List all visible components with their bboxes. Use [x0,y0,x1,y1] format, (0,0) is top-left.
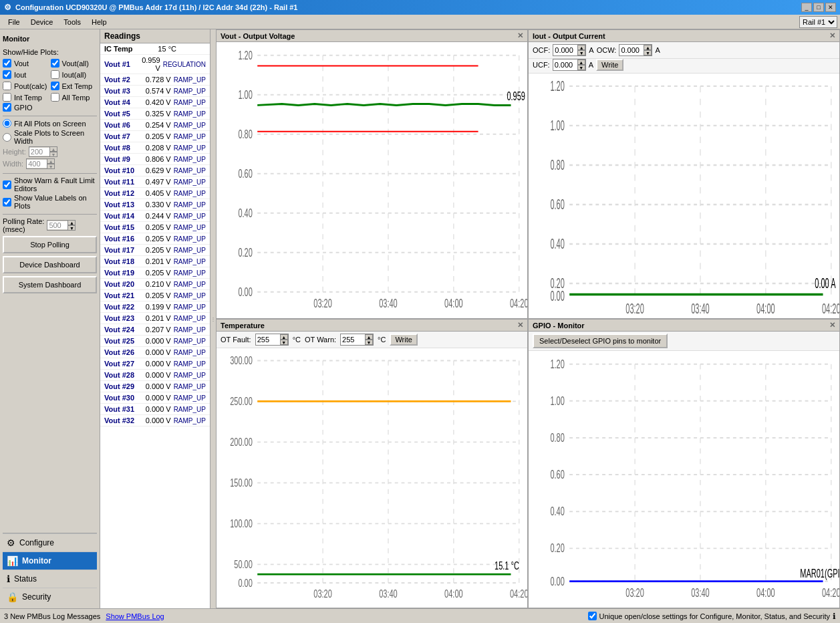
temp-chart-close[interactable]: ✕ [517,321,523,330]
cb-pout[interactable] [3,82,11,90]
svg-text:04:00: 04:00 [756,301,775,317]
ucf-down[interactable]: ▼ [577,65,585,70]
vout-status-5: RAMP_UP [174,110,206,118]
ocf-up[interactable]: ▲ [577,45,585,50]
rail-selector: Rail #1 [799,16,837,28]
cb-gpio[interactable] [3,103,11,112]
ocw-input[interactable] [619,46,644,54]
vout-value-14: 0.244 V [142,212,170,220]
cb-all-temp[interactable] [51,93,59,102]
show-warn-fault-cb[interactable] [3,180,11,189]
resize-handle[interactable]: ⋮ [211,29,216,608]
vout-name-21: Vout #21 [104,291,140,299]
polling-input[interactable] [47,221,67,229]
vout-name-6: Vout #6 [104,121,140,129]
maximize-button[interactable]: □ [813,3,824,12]
vout-row-15: Vout #15 0.205 V RAMP_UP [100,222,210,233]
ocw-up[interactable]: ▲ [644,45,652,50]
gpio-chart-close[interactable]: ✕ [829,321,835,330]
vout-name-30: Vout #30 [104,394,140,402]
vout-status-10: RAMP_UP [174,167,206,174]
nav-security[interactable]: 🔒 Security [3,588,97,606]
ocf-down[interactable]: ▼ [577,50,585,55]
vout-chart-close[interactable]: ✕ [517,31,523,40]
ot-warn-up[interactable]: ▲ [365,334,373,340]
svg-text:0.00: 0.00 [550,288,564,304]
ot-warn-input[interactable] [341,336,365,344]
ucf-input[interactable] [553,61,577,69]
readings-panel: Readings IC Temp 15 °C Vout #1 0.959 V R… [100,29,211,608]
vout-chart-body: 1.20 1.00 0.80 0.60 0.40 0.20 0.00 03:20… [217,42,527,318]
scale-radio[interactable] [3,133,11,142]
width-up[interactable]: ▲ [47,158,55,164]
iout-write-button[interactable]: Write [596,59,623,71]
vout-status-28: RAMP_UP [174,372,206,379]
menu-tools[interactable]: Tools [58,17,86,27]
ot-warn-down[interactable]: ▼ [365,340,373,345]
cb-vout-all-row: Vout(all) [51,59,98,68]
svg-text:04:00: 04:00 [444,297,463,310]
height-down[interactable]: ▼ [49,152,57,157]
width-input[interactable] [27,160,47,168]
gpio-select-button[interactable]: Select/Deselect GPIO pins to monitor [533,334,668,348]
vout-row-3: Vout #3 0.574 V RAMP_UP [100,86,210,97]
show-value-labels-row: Show Value Labels on Plots [3,194,97,210]
show-value-labels-cb[interactable] [3,198,11,207]
vout-status-3: RAMP_UP [174,88,206,95]
ocf-input[interactable] [553,46,577,54]
system-dashboard-button[interactable]: System Dashboard [3,276,97,293]
temp-write-button[interactable]: Write [390,334,417,346]
height-input[interactable] [29,148,49,156]
cb-iout[interactable] [3,70,11,79]
vout-row-4: Vout #4 0.420 V RAMP_UP [100,97,210,108]
vout-name-25: Vout #25 [104,337,140,345]
polling-up[interactable]: ▲ [67,220,76,225]
cb-vout-all[interactable] [51,59,59,68]
cb-ext-temp[interactable] [51,82,59,90]
ocf-label: OCF: [533,46,550,54]
vout-status-1: REGULATION [163,61,206,68]
nav-status[interactable]: ℹ Status [3,570,97,588]
vout-value-30: 0.000 V [142,394,170,402]
ucf-up[interactable]: ▲ [577,59,585,65]
ocw-down[interactable]: ▼ [644,50,652,55]
device-dashboard-button[interactable]: Device Dashboard [3,256,97,273]
unique-settings-label: Unique open/close settings for Configure… [599,612,830,620]
ot-fault-input[interactable] [256,336,280,344]
close-button[interactable]: ✕ [825,3,836,12]
ocw-spinbox: ▲ ▼ [619,44,652,56]
vout-value-17: 0.205 V [142,246,170,254]
svg-text:04:20: 04:20 [510,588,527,600]
vout-name-23: Vout #23 [104,314,140,322]
fit-all-radio[interactable] [3,119,11,128]
polling-down[interactable]: ▼ [67,225,76,231]
cb-int-temp-row: Int Temp [3,93,49,102]
vout-row-25: Vout #25 0.000 V RAMP_UP [100,336,210,347]
ot-fault-up[interactable]: ▲ [280,334,288,340]
svg-text:0.00: 0.00 [238,576,253,589]
readings-scroll[interactable]: IC Temp 15 °C Vout #1 0.959 V REGULATION… [100,43,210,608]
menu-file[interactable]: File [3,17,25,27]
iout-chart-close[interactable]: ✕ [829,31,835,40]
menu-help[interactable]: Help [86,17,112,27]
stop-polling-button[interactable]: Stop Polling [3,236,97,253]
minimize-button[interactable]: _ [801,3,812,12]
show-pmbus-log-link[interactable]: Show PMBus Log [106,612,164,620]
ot-fault-down[interactable]: ▼ [280,340,288,345]
cb-vout[interactable] [3,59,11,68]
cb-int-temp[interactable] [3,93,11,102]
menu-device[interactable]: Device [25,17,59,27]
vout-value-3: 0.574 V [142,87,170,95]
vout-chart-panel: Vout - Output Voltage ✕ [216,29,528,319]
vout-name-5: Vout #5 [104,110,140,118]
unique-settings-cb[interactable] [588,612,597,620]
rail-select[interactable]: Rail #1 [799,16,837,28]
width-down[interactable]: ▼ [47,164,55,169]
height-up[interactable]: ▲ [49,146,57,152]
ocf-unit: A [589,46,593,54]
vout-status-9: RAMP_UP [174,156,206,163]
vout-value-18: 0.201 V [142,257,170,265]
cb-iout-all[interactable] [51,70,59,79]
nav-monitor[interactable]: 📊 Monitor [3,551,97,570]
nav-configure[interactable]: ⚙ Configure [3,533,97,551]
